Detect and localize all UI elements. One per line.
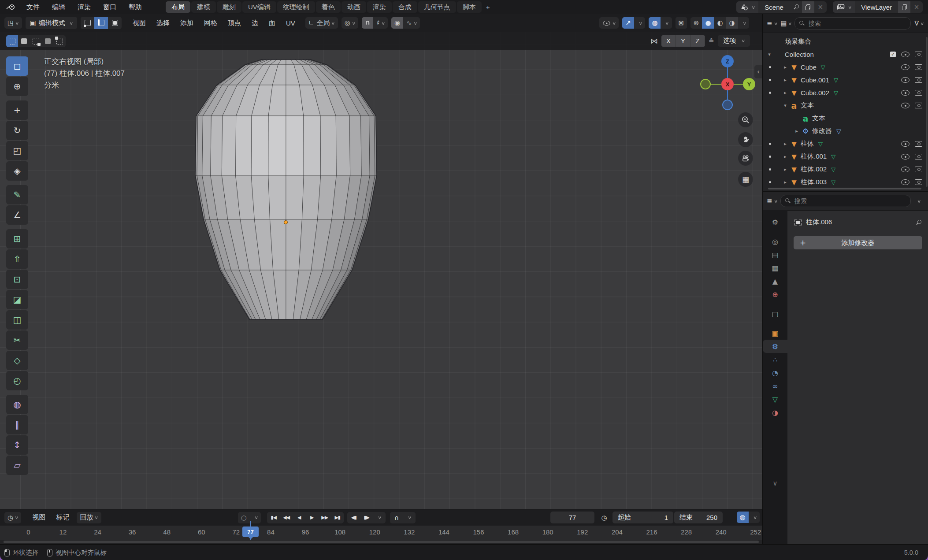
tool-bevel[interactable]: ◪ [6, 290, 28, 309]
tab-view-layer[interactable]: ▦ [763, 261, 787, 274]
tab-object-data[interactable]: ▽ [763, 393, 787, 406]
tool-measure[interactable]: ∠ [6, 205, 28, 225]
vertex-select-button[interactable] [81, 17, 94, 29]
tool-transform[interactable]: ◈ [6, 161, 28, 181]
frame-back-button[interactable]: ◀▮ [347, 512, 360, 523]
timeline-ruler[interactable]: 0122436486072849610812013214415616818019… [0, 526, 762, 540]
auto-key-dropdown[interactable]: ∨ [250, 512, 261, 523]
frame-start-field[interactable]: 起始 1 [612, 512, 673, 523]
transform-orientation[interactable]: ∟全局∨ [305, 17, 338, 29]
hide-eye-toggle[interactable] [901, 103, 909, 108]
camera-view-button[interactable] [738, 151, 753, 166]
object-name[interactable]: 柱体 [801, 140, 814, 148]
camera-visibility-toggle[interactable] [915, 154, 922, 159]
tab-output[interactable]: ▤ [763, 248, 787, 261]
loop-dropdown[interactable]: ∨ [403, 512, 416, 523]
tool-loop-cut[interactable]: ◫ [6, 310, 28, 330]
tab-tool[interactable]: ⚙ [763, 215, 787, 229]
tool-options-dropdown[interactable]: 选项∨ [718, 35, 750, 47]
camera-visibility-toggle[interactable] [915, 77, 922, 83]
pin-icon[interactable] [915, 219, 921, 226]
tool-extrude-region[interactable]: ⇧ [6, 249, 28, 269]
gizmo-z-negative[interactable] [722, 100, 733, 110]
properties-search-input[interactable] [794, 197, 906, 205]
xray-toggle[interactable]: ⊠ [676, 17, 687, 29]
object-name[interactable]: Cube.002 [801, 89, 829, 96]
mirror-axis-button[interactable]: X [661, 35, 676, 47]
prev-keyframe-button[interactable]: ◀◀ [280, 512, 293, 523]
solid-shading-button[interactable]: ● [702, 17, 714, 29]
tab-material[interactable]: ◑ [763, 406, 787, 419]
wireframe-shading-button[interactable]: ⊚ [690, 17, 702, 29]
hide-eye-toggle[interactable] [901, 90, 909, 96]
tool-edge-slide[interactable]: ∥ [6, 415, 28, 434]
play-button[interactable]: ▶ [305, 512, 318, 523]
tab-scene[interactable]: ▲ [763, 274, 787, 288]
tool-scale[interactable]: ◰ [6, 141, 28, 160]
timeline-menu-item[interactable]: 标记 [51, 512, 74, 523]
tab-render[interactable]: ◎ [763, 235, 787, 248]
tool-cursor[interactable]: ⊕ [6, 77, 28, 96]
properties-tabs-more-icon[interactable]: ∨ [763, 479, 787, 487]
gizmo-z-axis[interactable]: Z [721, 55, 734, 67]
object-name[interactable]: 柱体.002 [801, 165, 827, 174]
toggle-perspective-button[interactable]: ▦ [738, 172, 753, 187]
expand-arrow-icon[interactable]: ▾ [765, 52, 773, 57]
snap-target-selector[interactable]: ♯∨ [373, 17, 388, 29]
camera-visibility-toggle[interactable] [915, 90, 922, 96]
scene-name[interactable]: Scene [758, 4, 790, 11]
select-new-button[interactable] [6, 35, 18, 47]
tool-poly-build[interactable]: ◇ [6, 351, 28, 370]
camera-visibility-toggle[interactable] [915, 52, 922, 57]
timeline-menu-item[interactable]: 视图 [27, 512, 50, 523]
object-name[interactable]: Cube [801, 63, 817, 71]
camera-visibility-toggle[interactable] [915, 167, 922, 172]
outliner-search-input[interactable] [808, 19, 906, 27]
tool-smooth[interactable]: ◍ [6, 395, 28, 414]
tab-modifiers[interactable]: ⚙ [763, 340, 787, 353]
outliner-row[interactable]: ▸ ▼ Cube ▽ ✓ [763, 61, 925, 74]
zoom-button[interactable] [738, 112, 753, 127]
outliner-row[interactable]: ▸ ▼ 柱体.001 ▽ ✓ [763, 150, 925, 163]
use-preview-range-toggle[interactable]: ◷ [598, 512, 610, 523]
show-overlays-toggle[interactable]: ◍ [649, 17, 661, 29]
viewport-menu-item[interactable]: 网格 [199, 18, 222, 28]
gizmo-x-axis[interactable]: X [721, 78, 734, 90]
tool-shrink-fatten[interactable]: ↕ [6, 435, 28, 455]
viewport-menu-item[interactable]: 面 [264, 18, 280, 28]
hide-eye-toggle[interactable] [901, 52, 909, 57]
timeline-scrollbar[interactable] [4, 541, 759, 543]
timeline-overlay-toggle[interactable]: ◍ [737, 512, 749, 523]
expand-arrow-icon[interactable]: ▾ [781, 103, 789, 108]
pan-button[interactable] [738, 132, 753, 147]
properties-options-button[interactable]: ∨ [913, 195, 925, 207]
mode-selector[interactable]: ▣ 编辑模式 ∨ [26, 17, 78, 29]
select-extend-button[interactable] [18, 35, 30, 47]
tab-world[interactable]: ⊕ [763, 288, 787, 301]
object-name[interactable]: 文本 [801, 101, 814, 110]
expand-arrow-icon[interactable]: ▸ [781, 77, 789, 83]
loop-icon[interactable]: ∩ [390, 512, 403, 523]
playback-menu[interactable]: 回放∨ [77, 512, 101, 523]
hide-eye-toggle[interactable] [901, 141, 909, 147]
add-modifier-button[interactable]: + 添加修改器 [794, 236, 922, 249]
tool-select-box[interactable]: ◻ [6, 56, 28, 76]
show-gizmo-toggle[interactable]: ↗ [622, 17, 634, 29]
outliner-filter-button[interactable]: ∇∨ [913, 18, 925, 29]
outliner-row[interactable]: ▸ ⚙ 修改器 ▽ ✓ [763, 125, 925, 137]
delete-viewlayer-button[interactable]: × [910, 1, 923, 13]
rendered-shading-button[interactable]: ◑ [726, 17, 738, 29]
hide-eye-toggle[interactable] [901, 64, 909, 70]
outliner-row[interactable]: ▸ ▼ Cube.002 ▽ ✓ [763, 86, 925, 99]
play-reverse-button[interactable]: ◀ [293, 512, 305, 523]
object-name[interactable]: 场景集合 [785, 37, 811, 46]
face-select-button[interactable] [108, 17, 122, 29]
outliner-row[interactable]: ▸ ▼ 柱体.002 ▽ ✓ [763, 163, 925, 176]
viewport-menu-item[interactable]: 顶点 [223, 18, 246, 28]
outliner-row[interactable]: ▾ a 文本 ▽ ✓ [763, 99, 925, 112]
tool-knife[interactable]: ✂ [6, 330, 28, 350]
overlays-dropdown[interactable]: ∨ [661, 17, 672, 29]
frame-end-field[interactable]: 结束 250 [674, 512, 723, 523]
shading-dropdown[interactable]: ∨ [738, 17, 749, 29]
tab-object[interactable]: ▣ [763, 326, 787, 340]
